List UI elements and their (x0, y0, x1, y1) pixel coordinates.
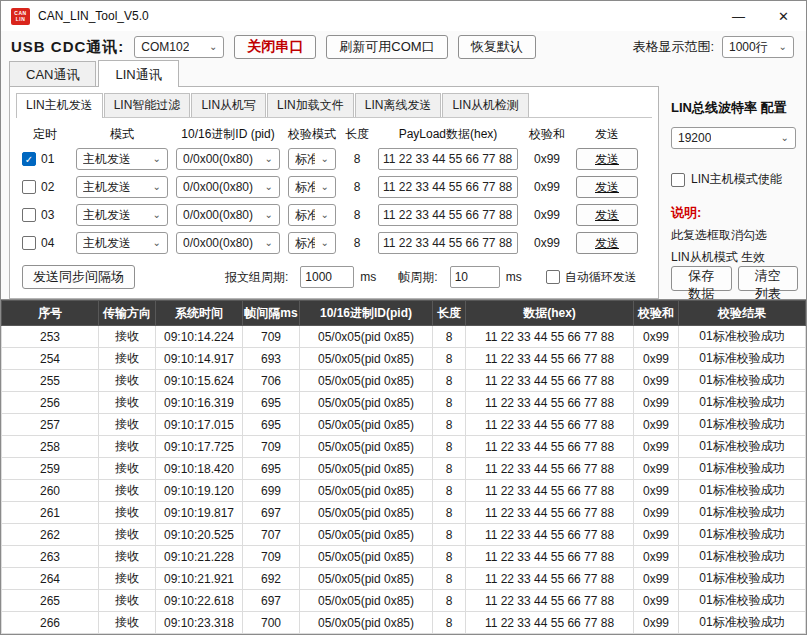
length-value: 8 (344, 236, 370, 250)
mode-select[interactable]: 主机发送⌄ (76, 232, 168, 254)
sub-tab-0[interactable]: LIN主机发送 (16, 93, 103, 118)
table-row[interactable]: 265接收09:10:22.61869705/0x05(pid 0x85)811… (2, 590, 806, 612)
row-number: 01 (41, 152, 54, 166)
column-header: 长度 (433, 301, 466, 326)
header-mode: 模式 (76, 126, 168, 143)
clear-list-button[interactable]: 清空列表 (738, 266, 799, 291)
table-row[interactable]: 255接收09:10:15.62470605/0x05(pid 0x85)811… (2, 370, 806, 392)
check-mode-select[interactable]: 标准⌄ (288, 176, 336, 198)
id-select[interactable]: 0/0x00(0x80)⌄ (176, 204, 280, 226)
table-cell-c-gap: 700 (243, 612, 300, 634)
table-row[interactable]: 259接收09:10:18.42069505/0x05(pid 0x85)811… (2, 458, 806, 480)
sub-tab-4[interactable]: LIN离线发送 (355, 93, 442, 117)
table-cell-c-gap: 707 (243, 524, 300, 546)
chevron-down-icon: ⌄ (781, 133, 789, 143)
auto-loop-checkbox[interactable] (546, 270, 560, 284)
check-mode-select[interactable]: 标准⌄ (288, 232, 336, 254)
table-row[interactable]: 263接收09:10:21.22870905/0x05(pid 0x85)811… (2, 546, 806, 568)
send-button[interactable]: 发送 (576, 148, 638, 170)
table-cell-c-time: 09:10:18.420 (156, 458, 243, 480)
check-mode-select[interactable]: 标准⌄ (288, 204, 336, 226)
table-cell-c-id: 05/0x05(pid 0x85) (300, 370, 433, 392)
table-cell-c-result: 01标准校验成功 (679, 392, 806, 414)
table-cell-c-len: 8 (433, 524, 466, 546)
send-sync-gap-button[interactable]: 发送同步间隔场 (22, 265, 135, 289)
check-mode-select[interactable]: 标准⌄ (288, 148, 336, 170)
table-cell-c-data: 11 22 33 44 55 66 77 88 (466, 480, 634, 502)
mode-select[interactable]: 主机发送⌄ (76, 148, 168, 170)
save-data-button[interactable]: 保存数据 (671, 266, 732, 291)
minimize-button[interactable]: — (716, 1, 761, 31)
payload-input[interactable] (378, 176, 518, 198)
table-cell-c-id: 05/0x05(pid 0x85) (300, 546, 433, 568)
table-cell-c-len: 8 (433, 326, 466, 348)
id-select[interactable]: 0/0x00(0x80)⌄ (176, 232, 280, 254)
send-button[interactable]: 发送 (576, 204, 638, 226)
table-row[interactable]: 257接收09:10:17.01569505/0x05(pid 0x85)811… (2, 414, 806, 436)
timer-checkbox[interactable] (22, 236, 36, 250)
window-title: CAN_LIN_Tool_V5.0 (38, 9, 149, 23)
table-cell-c-sum: 0x99 (634, 546, 679, 568)
table-cell-c-data: 11 22 33 44 55 66 77 88 (466, 590, 634, 612)
table-row[interactable]: 256接收09:10:16.31969505/0x05(pid 0x85)811… (2, 392, 806, 414)
sub-tab-2[interactable]: LIN从机写 (191, 93, 266, 117)
restore-default-button[interactable]: 恢复默认 (458, 35, 536, 59)
id-select[interactable]: 0/0x00(0x80)⌄ (176, 148, 280, 170)
titlebar: CAN LIN CAN_LIN_Tool_V5.0 — ✕ (1, 1, 806, 31)
table-row[interactable]: 254接收09:10:14.91769305/0x05(pid 0x85)811… (2, 348, 806, 370)
send-button[interactable]: 发送 (576, 176, 638, 198)
table-row[interactable]: 260接收09:10:19.12069905/0x05(pid 0x85)811… (2, 480, 806, 502)
table-cell-c-result: 01标准校验成功 (679, 568, 806, 590)
table-cell-c-result: 01标准校验成功 (679, 370, 806, 392)
table-cell-c-dir: 接收 (99, 590, 156, 612)
main-tabs: CAN通讯LIN通讯 (1, 63, 806, 87)
payload-input[interactable] (378, 204, 518, 226)
group-period-input[interactable] (300, 266, 354, 288)
sub-tab-1[interactable]: LIN智能过滤 (104, 93, 191, 117)
table-row[interactable]: 262接收09:10:20.52570705/0x05(pid 0x85)811… (2, 524, 806, 546)
send-button[interactable]: 发送 (576, 232, 638, 254)
timer-checkbox[interactable] (22, 208, 36, 222)
column-header: 校验结果 (679, 301, 806, 326)
id-select[interactable]: 0/0x00(0x80)⌄ (176, 176, 280, 198)
table-row[interactable]: 253接收09:10:14.22470905/0x05(pid 0x85)811… (2, 326, 806, 348)
header-checksum: 校验和 (526, 126, 568, 143)
table-cell-c-dir: 接收 (99, 480, 156, 502)
table-row[interactable]: 261接收09:10:19.81769705/0x05(pid 0x85)811… (2, 502, 806, 524)
table-cell-c-len: 8 (433, 458, 466, 480)
com-port-select[interactable]: COM102 ⌄ (134, 36, 224, 58)
timer-checkbox[interactable] (22, 180, 36, 194)
table-row[interactable]: 264接收09:10:21.92169205/0x05(pid 0x85)811… (2, 568, 806, 590)
table-cell-c-gap: 709 (243, 546, 300, 568)
timer-checkbox[interactable]: ✓ (22, 152, 36, 166)
master-mode-checkbox[interactable] (671, 173, 685, 187)
payload-input[interactable] (378, 232, 518, 254)
column-header: 帧间隔ms (243, 301, 300, 326)
baud-rate-select[interactable]: 19200 ⌄ (671, 127, 796, 149)
table-cell-c-len: 8 (433, 568, 466, 590)
mode-select[interactable]: 主机发送⌄ (76, 204, 168, 226)
main-tab-1[interactable]: LIN通讯 (98, 60, 178, 87)
table-row[interactable]: 266接收09:10:23.31870005/0x05(pid 0x85)811… (2, 612, 806, 634)
table-cell-c-dir: 接收 (99, 458, 156, 480)
table-row[interactable]: 258接收09:10:17.72570905/0x05(pid 0x85)811… (2, 436, 806, 458)
close-button[interactable]: ✕ (761, 1, 806, 31)
frame-period-input[interactable] (450, 266, 500, 288)
table-cell-c-id: 05/0x05(pid 0x85) (300, 392, 433, 414)
right-panel: LIN总线波特率 配置 19200 ⌄ LIN主机模式使能 说明: 此复选框取消… (659, 87, 806, 299)
table-cell-c-time: 09:10:16.319 (156, 392, 243, 414)
table-cell-c-sum: 0x99 (634, 436, 679, 458)
chevron-down-icon: ⌄ (265, 238, 273, 248)
checksum-value: 0x99 (526, 152, 568, 166)
table-cell-c-data: 11 22 33 44 55 66 77 88 (466, 436, 634, 458)
payload-input[interactable] (378, 148, 518, 170)
main-tab-0[interactable]: CAN通讯 (9, 61, 96, 87)
refresh-com-button[interactable]: 刷新可用COM口 (326, 35, 447, 59)
sub-tab-5[interactable]: LIN从机检测 (442, 93, 529, 117)
table-cell-c-time: 09:10:20.525 (156, 524, 243, 546)
close-serial-button[interactable]: 关闭串口 (234, 35, 316, 59)
config-header-row: 定时 模式 10/16进制ID (pid) 校验模式 长度 PayLoad数据(… (22, 126, 658, 143)
table-range-select[interactable]: 1000行 ⌄ (722, 36, 794, 58)
sub-tab-3[interactable]: LIN加载文件 (267, 93, 354, 117)
mode-select[interactable]: 主机发送⌄ (76, 176, 168, 198)
